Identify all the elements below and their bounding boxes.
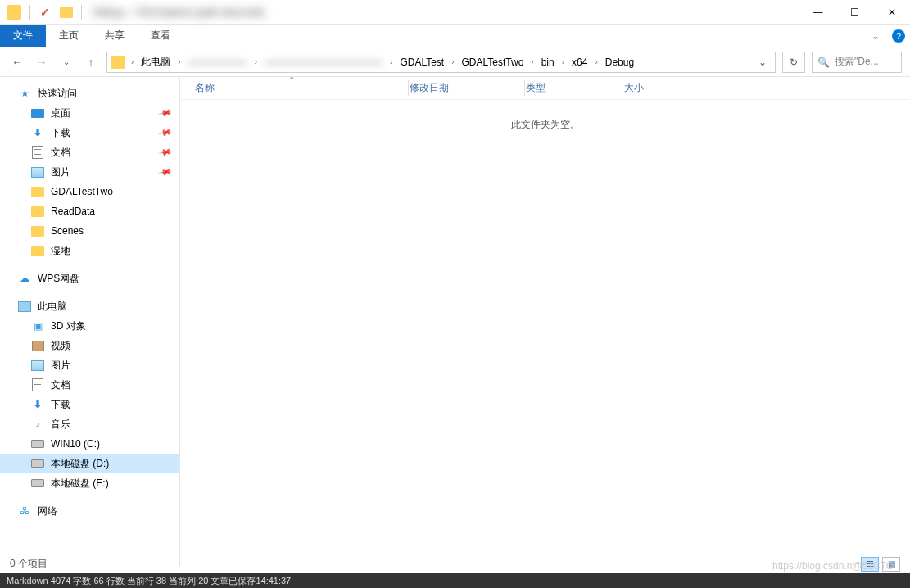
- minimize-button[interactable]: —: [799, 0, 836, 25]
- chevron-right-icon[interactable]: ›: [593, 57, 599, 66]
- sidebar-downloads[interactable]: ⬇ 下载 📌: [0, 123, 179, 142]
- crumb-gdaltest[interactable]: GDALTest: [395, 57, 449, 68]
- chevron-right-icon[interactable]: ›: [529, 57, 535, 66]
- recent-locations-icon[interactable]: ⌄: [57, 53, 75, 71]
- sidebar-scenes[interactable]: Scenes: [0, 221, 179, 241]
- help-icon: ?: [892, 29, 905, 43]
- chevron-right-icon[interactable]: ›: [450, 57, 455, 66]
- address-bar[interactable]: › 此电脑 › —————— › ———————————— › GDALTest…: [106, 52, 776, 73]
- pin-icon: 📌: [158, 125, 174, 141]
- back-button[interactable]: ←: [8, 53, 26, 71]
- column-date[interactable]: 修改日期: [410, 81, 526, 95]
- crumb-gdaltesttwo[interactable]: GDALTestTwo: [457, 57, 529, 68]
- sidebar-pictures-2[interactable]: 图片: [0, 355, 179, 375]
- crumb-x64[interactable]: x64: [567, 57, 592, 68]
- crumb-hidden[interactable]: ————————————: [260, 57, 387, 68]
- search-input[interactable]: 🔍 搜索"De...: [812, 52, 902, 73]
- drive-icon: [31, 459, 44, 468]
- network-icon: 🖧: [18, 504, 31, 518]
- crumb-debug[interactable]: Debug: [600, 57, 639, 68]
- empty-folder-message: 此文件夹为空。: [180, 118, 910, 132]
- refresh-button[interactable]: ↻: [782, 52, 805, 73]
- ribbon-tabs: 文件 主页 共享 查看 ⌄ ?: [0, 25, 910, 47]
- folder-icon: [31, 187, 44, 197]
- crumb-hidden[interactable]: ——————: [183, 57, 252, 68]
- navigation-pane: ★ 快速访问 桌面 📌 ⬇ 下载 📌 文档 📌 图片 📌 GDALTestTwo: [0, 77, 180, 566]
- sidebar-drive-e[interactable]: 本地磁盘 (E:): [0, 473, 179, 493]
- video-icon: [32, 341, 44, 351]
- sidebar-item-label: 下载: [51, 398, 70, 412]
- up-button[interactable]: ↑: [82, 53, 100, 71]
- file-list-pane: ⌃ 名称 修改日期 类型 大小 此文件夹为空。: [180, 77, 910, 566]
- column-size[interactable]: 大小: [624, 81, 706, 95]
- chevron-right-icon[interactable]: ›: [253, 57, 259, 66]
- separator: [29, 5, 30, 20]
- chevron-right-icon[interactable]: ›: [388, 57, 394, 66]
- sidebar-music[interactable]: ♪ 音乐: [0, 414, 179, 434]
- sidebar-item-label: 网络: [38, 504, 57, 518]
- sidebar-documents[interactable]: 文档 📌: [0, 142, 179, 162]
- maximize-button[interactable]: ☐: [836, 0, 873, 25]
- editor-status-text: Markdown 4074 字数 66 行数 当前行 38 当前列 20 文章已…: [7, 575, 291, 587]
- title-bar: ✓ Debug — File Explorer (path obscured) …: [0, 0, 910, 25]
- properties-icon[interactable]: ✓: [38, 6, 52, 19]
- sidebar-3d-objects[interactable]: ▣ 3D 对象: [0, 316, 179, 336]
- column-name[interactable]: 名称: [195, 81, 410, 95]
- chevron-right-icon[interactable]: ›: [560, 57, 566, 66]
- sidebar-drive-d[interactable]: 本地磁盘 (D:): [0, 454, 179, 473]
- sidebar-item-label: 3D 对象: [51, 319, 86, 333]
- tab-file[interactable]: 文件: [0, 25, 46, 47]
- star-icon: ★: [18, 87, 31, 100]
- chevron-right-icon[interactable]: ›: [129, 57, 135, 66]
- cube-icon: ▣: [31, 319, 44, 332]
- music-icon: ♪: [31, 418, 44, 431]
- sidebar-item-label: ReadData: [51, 206, 95, 217]
- sidebar-desktop[interactable]: 桌面 📌: [0, 103, 179, 123]
- crumb-this-pc[interactable]: 此电脑: [136, 55, 175, 69]
- tab-home[interactable]: 主页: [46, 25, 92, 47]
- sidebar-readdata[interactable]: ReadData: [0, 201, 179, 221]
- tab-view[interactable]: 查看: [138, 25, 183, 47]
- new-folder-icon[interactable]: [60, 7, 73, 18]
- sidebar-quick-access[interactable]: ★ 快速访问: [0, 84, 179, 103]
- sidebar-item-label: 本地磁盘 (E:): [51, 477, 109, 491]
- sidebar-network[interactable]: 🖧 网络: [0, 501, 179, 521]
- pin-icon: 📌: [158, 145, 174, 161]
- chevron-right-icon[interactable]: ›: [176, 57, 182, 66]
- sidebar-drive-c[interactable]: WIN10 (C:): [0, 434, 179, 454]
- sidebar-videos[interactable]: 视频: [0, 336, 179, 355]
- pin-icon: 📌: [158, 106, 174, 121]
- content-area: ★ 快速访问 桌面 📌 ⬇ 下载 📌 文档 📌 图片 📌 GDALTestTwo: [0, 77, 910, 566]
- picture-icon: [31, 360, 44, 371]
- cloud-icon: ☁: [18, 272, 31, 285]
- help-button[interactable]: ?: [887, 25, 910, 47]
- address-dropdown-icon[interactable]: ⌄: [754, 57, 772, 68]
- sidebar-wps[interactable]: ☁ WPS网盘: [0, 269, 179, 288]
- sidebar-downloads-2[interactable]: ⬇ 下载: [0, 395, 179, 414]
- column-type[interactable]: 类型: [526, 81, 624, 95]
- forward-button[interactable]: →: [33, 53, 51, 71]
- document-icon: [32, 146, 43, 159]
- sidebar-this-pc[interactable]: 此电脑: [0, 296, 179, 316]
- sidebar-pictures[interactable]: 图片 📌: [0, 162, 179, 182]
- sidebar-item-label: 快速访问: [38, 87, 77, 101]
- watermark-text: https://blog.csdn.n@51CTO: [772, 560, 894, 572]
- editor-status-bar: Markdown 4074 字数 66 行数 当前行 38 当前列 20 文章已…: [0, 573, 910, 588]
- pin-icon: 📌: [158, 165, 174, 180]
- sidebar-item-label: 此电脑: [38, 300, 67, 314]
- sidebar-item-label: 音乐: [51, 418, 70, 432]
- folder-icon: [31, 226, 44, 237]
- ribbon-expand-icon[interactable]: ⌄: [864, 25, 887, 47]
- crumb-bin[interactable]: bin: [536, 57, 559, 68]
- close-button[interactable]: ✕: [873, 0, 910, 25]
- navigation-bar: ← → ⌄ ↑ › 此电脑 › —————— › ———————————— › …: [0, 47, 910, 77]
- sidebar-item-label: WIN10 (C:): [51, 438, 100, 450]
- sidebar-item-label: 湿地: [51, 244, 70, 258]
- tab-share[interactable]: 共享: [92, 25, 138, 47]
- sidebar-item-label: 本地磁盘 (D:): [51, 457, 109, 471]
- sidebar-gdaltesttwo[interactable]: GDALTestTwo: [0, 182, 179, 201]
- sidebar-item-label: 下载: [51, 126, 70, 140]
- sort-indicator-icon: ⌃: [288, 75, 295, 84]
- sidebar-wetland[interactable]: 湿地: [0, 241, 179, 260]
- sidebar-documents-2[interactable]: 文档: [0, 375, 179, 395]
